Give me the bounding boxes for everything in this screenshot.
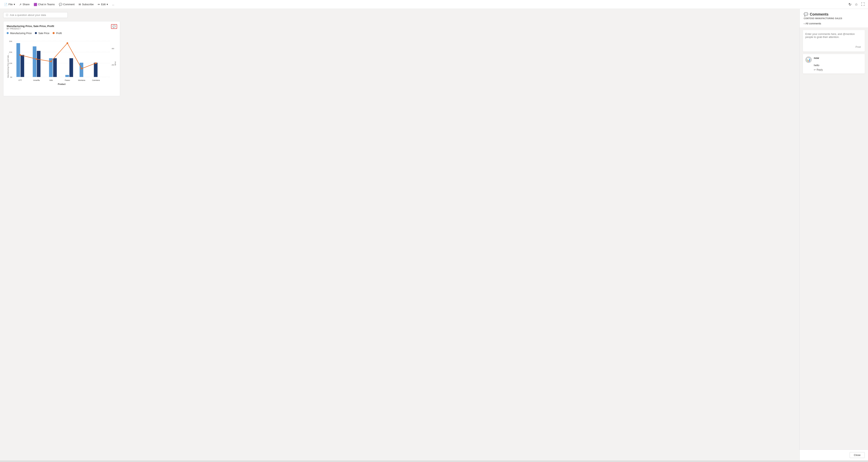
comment-author: now <box>814 56 862 59</box>
legend-dot-sale <box>35 32 37 34</box>
svg-point-27 <box>95 62 97 64</box>
svg-rect-20 <box>80 63 83 77</box>
share-icon: ↗ <box>19 3 22 6</box>
teams-icon: 🟪 <box>34 3 37 6</box>
subscribe-label: Subscribe <box>82 3 94 6</box>
svg-text:2M: 2M <box>112 64 114 66</box>
svg-rect-15 <box>37 51 40 77</box>
refresh-button[interactable]: ↻ <box>848 1 852 7</box>
share-button[interactable]: ↗ Share <box>18 2 31 7</box>
toolbar-right: ↻ ☆ ⛶ <box>848 1 866 7</box>
post-button[interactable]: Post <box>854 45 862 49</box>
svg-point-25 <box>66 42 68 44</box>
svg-point-22 <box>19 54 21 56</box>
svg-text:Montana: Montana <box>78 79 85 81</box>
qa-bar[interactable]: ☐ Ask a question about your data <box>3 12 68 18</box>
qa-placeholder: Ask a question about your data <box>10 13 46 17</box>
all-comments-label: All comments <box>805 22 821 25</box>
comment-input-box: Post <box>803 30 865 52</box>
fullscreen-button[interactable]: ⛶ <box>860 1 866 7</box>
comment-header: 📊 now <box>805 56 862 63</box>
legend-dot-profit <box>53 32 55 34</box>
chart-subtitle: BY PRODUCT <box>7 28 117 30</box>
svg-point-24 <box>50 61 52 62</box>
comment-button[interactable]: 💬 Comment <box>57 2 76 7</box>
chart-card: 💬 Manufacturing Price, Sale Price, Profi… <box>3 21 120 96</box>
legend-dot-manufacturing <box>7 32 9 34</box>
svg-text:Paseo: Paseo <box>65 79 70 81</box>
close-button[interactable]: Close <box>850 452 865 458</box>
reply-label: Reply <box>816 68 823 71</box>
more-button[interactable]: ... <box>111 2 116 7</box>
subscribe-button[interactable]: ✉ Subscribe <box>77 2 95 7</box>
comment-actions: Post <box>805 45 862 49</box>
svg-text:4M: 4M <box>112 48 114 50</box>
comment-item: 📊 now hello ↩ Reply <box>803 54 865 74</box>
comment-label: Comment <box>63 3 74 6</box>
svg-text:Velo: Velo <box>50 79 53 81</box>
avatar-icon: 📊 <box>807 58 811 62</box>
svg-text:0K: 0K <box>10 76 12 78</box>
toolbar: 📄 File ▾ ↗ Share 🟪 Chat in Teams 💬 Comme… <box>0 0 868 9</box>
sidebar-body: Post 📊 now hello ↩ Reply <box>800 28 868 450</box>
reply-icon: ↩ <box>814 68 816 71</box>
sidebar-footer: Close <box>800 450 868 460</box>
svg-text:Carretera: Carretera <box>92 79 100 81</box>
comments-panel-icon: 💬 <box>804 12 808 17</box>
sidebar-title: 💬 Comments <box>804 12 864 17</box>
content-area: ☐ Ask a question about your data 💬 Manuf… <box>0 9 800 460</box>
edit-button[interactable]: ✏ Edit ▾ <box>96 2 110 7</box>
comments-panel-title: Comments <box>810 12 829 17</box>
file-label: File <box>8 3 13 6</box>
file-chevron: ▾ <box>14 3 15 6</box>
legend-manufacturing: Manufacturing Price <box>7 32 32 35</box>
file-button[interactable]: 📄 File ▾ <box>2 2 17 7</box>
svg-rect-12 <box>17 43 20 77</box>
reply-button[interactable]: ↩ Reply <box>814 68 862 71</box>
svg-rect-21 <box>94 63 97 77</box>
svg-text:20K: 20K <box>9 51 12 53</box>
svg-rect-13 <box>21 55 24 77</box>
comments-sidebar: 💬 Comments CONTOSO MANUFACTURING SALES ‹… <box>800 9 868 460</box>
edit-chevron: ▾ <box>106 3 108 6</box>
svg-text:Amarilla: Amarilla <box>33 79 40 81</box>
svg-point-23 <box>36 58 37 60</box>
chart-comment-button[interactable]: 💬 <box>111 24 117 29</box>
comment-textarea[interactable] <box>805 32 862 42</box>
legend-sale: Sale Price <box>35 32 50 35</box>
svg-rect-14 <box>33 47 36 77</box>
bottom-scrollbar[interactable] <box>0 460 868 462</box>
qa-icon: ☐ <box>6 13 8 17</box>
svg-rect-17 <box>53 58 57 77</box>
file-icon: 📄 <box>4 3 7 6</box>
svg-text:VTT: VTT <box>18 79 22 81</box>
more-label: ... <box>112 3 114 6</box>
report-name: CONTOSO MANUFACTURING SALES <box>804 17 864 20</box>
svg-rect-18 <box>65 75 69 77</box>
svg-text:Product: Product <box>58 83 66 85</box>
svg-text:10K: 10K <box>9 62 12 64</box>
back-button[interactable]: ‹ All comments <box>804 21 864 26</box>
favorite-button[interactable]: ☆ <box>854 1 859 7</box>
main-area: ☐ Ask a question about your data 💬 Manuf… <box>0 9 868 460</box>
edit-icon: ✏ <box>98 3 100 6</box>
comment-meta: now <box>814 56 862 59</box>
svg-text:Manufacturing Price and Sale .: Manufacturing Price and Sale ... <box>7 53 9 78</box>
chart-title: Manufacturing Price, Sale Price, Profit <box>7 25 117 28</box>
share-label: Share <box>23 3 30 6</box>
sidebar-header: 💬 Comments CONTOSO MANUFACTURING SALES ‹… <box>800 9 868 28</box>
chart-legend: Manufacturing Price Sale Price Profit <box>7 32 117 35</box>
chevron-left-icon: ‹ <box>804 22 805 25</box>
edit-label: Edit <box>101 3 105 6</box>
legend-profit: Profit <box>53 32 62 35</box>
comment-icon: 💬 <box>59 3 62 6</box>
svg-text:30K: 30K <box>9 40 12 42</box>
chat-in-teams-button[interactable]: 🟪 Chat in Teams <box>32 2 56 7</box>
chat-in-teams-label: Chat in Teams <box>38 3 55 6</box>
comment-text: hello <box>814 64 862 67</box>
avatar: 📊 <box>805 56 812 63</box>
svg-point-26 <box>81 68 83 69</box>
svg-rect-19 <box>69 58 73 77</box>
svg-text:Profit: Profit <box>114 61 116 66</box>
subscribe-icon: ✉ <box>79 3 81 6</box>
